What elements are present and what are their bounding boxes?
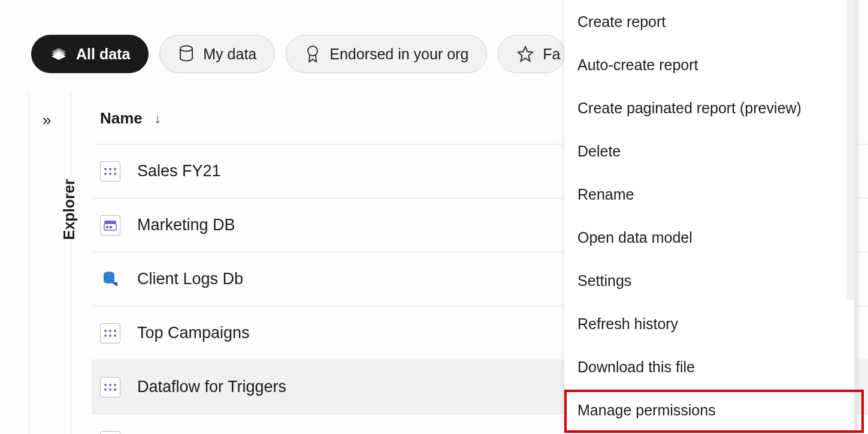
filter-my-data[interactable]: My data	[159, 35, 275, 73]
svg-rect-10	[106, 226, 108, 228]
stack-icon	[50, 46, 68, 62]
svg-point-14	[109, 330, 111, 332]
svg-point-1	[308, 46, 317, 56]
cylinder-icon	[178, 45, 195, 63]
explorer-label[interactable]: Explorer	[61, 179, 78, 240]
explorer-sidebar: » Explorer	[29, 93, 71, 434]
menu-open-data-model[interactable]: Open data model	[564, 216, 854, 259]
ribbon-icon	[304, 44, 321, 64]
svg-point-13	[104, 330, 107, 332]
filter-favorites[interactable]: Fa	[498, 35, 564, 73]
svg-point-5	[104, 173, 107, 175]
svg-point-6	[109, 173, 111, 175]
svg-point-19	[104, 384, 107, 386]
svg-point-15	[114, 330, 116, 332]
datamart-icon	[100, 215, 120, 236]
database-icon	[100, 269, 120, 290]
sort-arrow-icon[interactable]: ↓	[155, 111, 161, 126]
svg-point-23	[109, 388, 111, 391]
filter-label: Fa	[543, 46, 560, 63]
row-label: Dataflow for Triggers	[137, 378, 286, 396]
star-icon	[516, 46, 534, 62]
row-label: Client Logs Db	[137, 270, 243, 288]
svg-point-0	[180, 46, 192, 52]
row-label: Top Campaigns	[137, 324, 250, 342]
menu-create-report[interactable]: Create report	[564, 0, 854, 43]
menu-rename[interactable]: Rename	[564, 173, 854, 216]
menu-download-file[interactable]: Download this file	[564, 345, 854, 388]
filter-label: All data	[76, 46, 130, 63]
svg-point-16	[104, 334, 107, 337]
menu-refresh-history[interactable]: Refresh history	[564, 302, 854, 345]
menu-delete[interactable]: Delete	[564, 129, 854, 173]
filter-label: My data	[203, 46, 256, 63]
svg-point-24	[114, 388, 116, 391]
svg-point-21	[114, 384, 116, 386]
row-label: Sales FY21	[137, 162, 221, 180]
semantic-model-icon	[100, 161, 120, 182]
filter-label: Endorsed in your org	[329, 46, 468, 63]
row-label: Marketing DB	[137, 216, 235, 234]
filter-all-data[interactable]: All data	[31, 35, 149, 73]
semantic-model-icon	[100, 377, 120, 397]
row-label: Daily Sales	[137, 432, 218, 434]
column-name: Name	[100, 109, 143, 128]
menu-create-paginated-report[interactable]: Create paginated report (preview)	[564, 86, 854, 129]
filter-endorsed[interactable]: Endorsed in your org	[286, 35, 487, 73]
context-menu: Create report Auto-create report Create …	[564, 0, 858, 432]
menu-settings[interactable]: Settings	[564, 259, 854, 302]
svg-rect-11	[110, 226, 112, 228]
svg-point-2	[104, 168, 107, 170]
menu-manage-permissions[interactable]: Manage permissions	[564, 388, 854, 432]
svg-point-3	[109, 168, 111, 170]
svg-point-20	[109, 384, 111, 386]
svg-point-7	[114, 173, 116, 175]
svg-point-4	[114, 168, 116, 170]
menu-auto-create-report[interactable]: Auto-create report	[564, 43, 854, 86]
svg-point-22	[104, 388, 107, 391]
svg-point-17	[109, 334, 111, 337]
expand-icon[interactable]: »	[43, 111, 51, 129]
report-icon	[100, 431, 120, 435]
menu-scrollbar[interactable]	[846, 0, 854, 300]
semantic-model-icon	[100, 323, 120, 343]
svg-point-18	[114, 334, 116, 337]
